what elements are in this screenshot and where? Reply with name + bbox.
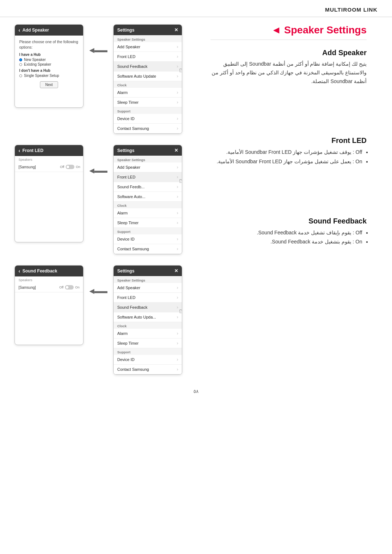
no-hub-group-title: I don't have a Hub (19, 69, 79, 73)
sound-feedback-body: [Samsung] Off On (15, 283, 83, 292)
front-led-on-text: : يعمل على تشغيل مؤشرات جهاز Soundbar Fr… (217, 159, 355, 164)
sound-feedback-device-row: [Samsung] Off On (15, 283, 83, 292)
sf-on-text: : يقوم بتشغيل خدمة Sound Feedback. (270, 239, 355, 245)
front-led-section-title: Front LED (211, 136, 367, 145)
front-led-off-label: Off (356, 149, 362, 155)
chevron-alarm-2: › (177, 210, 178, 216)
radio-dot-new (19, 58, 22, 61)
front-led-bullets: Off : يوقف تشغيل مؤشرات جهاز Soundbar Fr… (211, 148, 367, 166)
page-content: ‹ Add Speaker Please choose one of the f… (0, 17, 392, 382)
alarm-label-2: Alarm (117, 211, 128, 215)
arrow-2: ◀▬▬ (89, 167, 107, 175)
chevron-software-1: › (177, 74, 178, 79)
next-button[interactable]: Next (40, 81, 58, 88)
settings-front-led-1[interactable]: Front LED › (114, 52, 182, 62)
settings-device-id-2[interactable]: Device ID › (114, 234, 182, 244)
chevron-contact-2: › (177, 246, 178, 251)
settings-alarm-3[interactable]: Alarm › (114, 329, 182, 338)
settings-sound-feedback-2[interactable]: Sound Feedb... › (114, 182, 182, 192)
add-speaker-item-label-3: Add Speaker (117, 286, 140, 290)
new-speaker-option[interactable]: New Speaker (19, 58, 79, 62)
front-led-item-label-3: Front LED (117, 295, 135, 300)
sleep-timer-label-3: Sleep Timer (117, 341, 139, 345)
front-led-section: Front LED Off : يوقف تشغيل مؤشرات جهاز S… (211, 136, 367, 166)
settings-contact-samsung-2[interactable]: Contact Samsung › (114, 244, 182, 254)
left-arrows-icon: ◀▬▬ (89, 46, 107, 54)
settings-sound-feedback-3[interactable]: Sound Feedback › ☞ (114, 303, 182, 312)
settings-contact-samsung-1[interactable]: Contact Samsung › (114, 124, 182, 134)
settings-software-auto-3[interactable]: Software Auto Upda... › (114, 312, 182, 322)
speaker-settings-label-2: Speaker Settings (114, 156, 182, 163)
settings-software-auto-2[interactable]: Software Auto... › (114, 192, 182, 202)
alarm-label-1: Alarm (117, 90, 128, 95)
add-speaker-section-title: Add Speaker (211, 49, 367, 57)
toggle-track-front-led[interactable] (66, 165, 74, 169)
front-led-body: [Samsung] Off On (15, 162, 83, 242)
left-column: ‹ Add Speaker Please choose one of the f… (0, 17, 203, 382)
settings-device-id-3[interactable]: Device ID › (114, 355, 182, 365)
settings-front-led-2[interactable]: Front LED › ☞ (114, 172, 182, 182)
back-arrow-sound: ‹ (19, 268, 20, 274)
speaker-settings-label-3: Speaker Settings (114, 276, 182, 283)
chevron-add-speaker: › (177, 44, 178, 49)
close-icon-3[interactable]: ✕ (174, 268, 178, 274)
existing-speaker-option[interactable]: Existing Speaker (19, 62, 79, 66)
settings-front-led-3[interactable]: Front LED › (114, 293, 182, 303)
page-footer: ٥٨ (0, 382, 392, 398)
sf-off-text: : يقوم بإيقاف تشغيل خدمة Sound Feedback. (257, 230, 356, 235)
settings-software-auto-update-1[interactable]: Software Auto Update › (114, 71, 182, 81)
sleep-timer-label-1: Sleep Timer (117, 100, 139, 104)
settings-phone-3-header: Settings ✕ (114, 266, 182, 276)
chevron-sleep-1: › (177, 100, 178, 105)
chevron-device-id-1: › (177, 116, 178, 121)
front-led-phone-title: Front LED (23, 148, 44, 153)
settings-device-id-1[interactable]: Device ID › (114, 114, 182, 124)
close-icon-2[interactable]: ✕ (174, 148, 178, 153)
front-led-toggle[interactable]: Off On (60, 165, 80, 169)
no-hub-group: I don't have a Hub Single Speaker Setup (19, 69, 79, 78)
finger-cursor-3: ☞ (179, 307, 182, 316)
settings-contact-samsung-3[interactable]: Contact Samsung › (114, 365, 182, 374)
settings-phone-3: Settings ✕ Speaker Settings Add Speaker … (113, 265, 182, 375)
settings-sleep-timer-1[interactable]: Sleep Timer › (114, 98, 182, 107)
settings-title-1: Settings (117, 28, 134, 33)
software-auto-label-2: Software Auto... (117, 194, 146, 199)
alarm-label-3: Alarm (117, 331, 128, 336)
front-led-row: ‹ Front LED Speakers [Samsung] Off On (15, 145, 196, 254)
device-id-label-2: Device ID (117, 237, 135, 241)
single-speaker-option[interactable]: Single Speaker Setup (19, 74, 79, 78)
single-speaker-label: Single Speaker Setup (24, 74, 59, 78)
divider-1 (211, 40, 367, 40)
sound-feedback-toggle[interactable]: Off On (59, 285, 79, 290)
add-speaker-row: ‹ Add Speaker Please choose one of the f… (15, 24, 196, 134)
clock-label-2: Clock (114, 202, 182, 208)
close-icon-1[interactable]: ✕ (174, 27, 178, 33)
speaker-settings-label-1: Speaker Settings (114, 35, 182, 42)
sound-feedback-bullet-off: Off : يقوم بإيقاف تشغيل خدمة Sound Feedb… (211, 228, 367, 237)
sound-feedback-section-title: Sound Feedback (211, 217, 367, 225)
settings-sleep-timer-2[interactable]: Sleep Timer › (114, 218, 182, 228)
right-column: Speaker Settings ◄ Add Speaker يتيح لك إ… (203, 17, 377, 382)
settings-phone-1-header: Settings ✕ (114, 25, 182, 35)
sound-feedback-phone-header: ‹ Sound Feedback (15, 266, 83, 276)
sound-feedback-item-label-2: Sound Feedb... (117, 185, 144, 189)
sf-on-label: On (355, 239, 362, 245)
add-speaker-phone-body: Please choose one of the following optio… (15, 36, 83, 95)
back-arrow-front-led: ‹ (19, 148, 20, 153)
support-label-3: Support (114, 348, 182, 355)
page-number: ٥٨ (193, 389, 199, 394)
chevron-alarm-1: › (177, 90, 178, 95)
settings-add-speaker-3[interactable]: Add Speaker › (114, 283, 182, 293)
settings-phone-2: Settings ✕ Speaker Settings Add Speaker … (113, 145, 182, 254)
settings-alarm-1[interactable]: Alarm › (114, 88, 182, 98)
speakers-sublabel-sound: Speakers (15, 276, 83, 283)
toggle-track-sound[interactable] (65, 285, 74, 290)
settings-title-3: Settings (117, 268, 134, 274)
settings-add-speaker[interactable]: Add Speaker › (114, 42, 182, 52)
settings-sleep-timer-3[interactable]: Sleep Timer › (114, 338, 182, 348)
chevron-add-speaker-3: › (177, 285, 178, 290)
settings-alarm-2[interactable]: Alarm › (114, 208, 182, 218)
settings-add-speaker-2[interactable]: Add Speaker › (114, 163, 182, 172)
settings-sound-feedback-1[interactable]: Sound Feedback › ☞ (114, 62, 182, 71)
sound-feedback-bullet-on: On : يقوم بتشغيل خدمة Sound Feedback. (211, 237, 367, 246)
